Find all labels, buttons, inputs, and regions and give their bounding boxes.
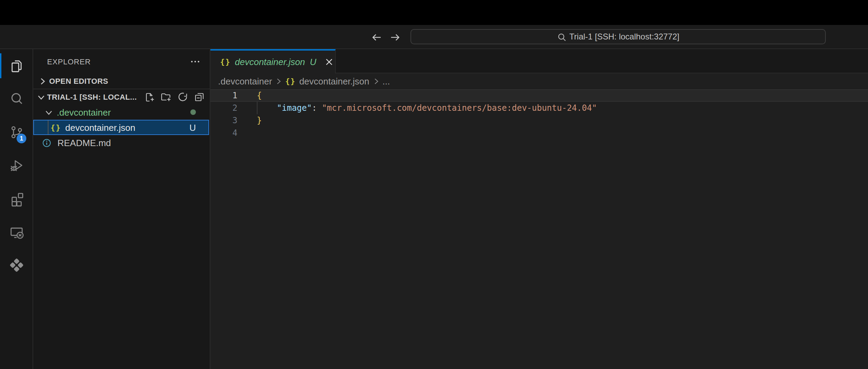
files-icon bbox=[8, 57, 25, 74]
code-token: "mcr.microsoft.com/devcontainers/base:de… bbox=[322, 103, 597, 113]
tree-item-label: .devcontainer bbox=[57, 107, 111, 117]
remote-explorer-icon bbox=[8, 224, 25, 240]
extensions-icon bbox=[8, 190, 25, 207]
macos-menubar-area bbox=[0, 0, 868, 25]
workspace-section-header[interactable]: TRIAL-1 [SSH: LOCAL... bbox=[33, 89, 210, 105]
explorer-actions bbox=[144, 91, 210, 102]
refresh-icon bbox=[177, 91, 188, 102]
command-center-label: Trial-1 [SSH: localhost:32772] bbox=[569, 32, 679, 42]
tree-item-label: README.md bbox=[57, 137, 111, 148]
tree-item-devcontainer-json[interactable]: {} devcontainer.json U bbox=[33, 120, 209, 135]
new-file-button[interactable] bbox=[144, 91, 155, 102]
line-number: 2 bbox=[210, 102, 237, 114]
tree-item-label: devcontainer.json bbox=[65, 122, 135, 133]
chevron-down-icon bbox=[45, 108, 53, 116]
tab-devcontainer-json[interactable]: {} devcontainer.json U bbox=[210, 49, 336, 73]
arrow-left-icon bbox=[371, 32, 382, 43]
json-file-icon: {} bbox=[51, 123, 61, 132]
chevron-down-icon bbox=[37, 93, 45, 101]
git-untracked-badge: U bbox=[189, 122, 196, 133]
sidebar-title-row: EXPLORER bbox=[33, 49, 210, 73]
code-line-3: 3 } bbox=[210, 114, 868, 127]
code-line-2: 2 "image": "mcr.microsoft.com/devcontain… bbox=[210, 102, 868, 114]
modified-contents-dot bbox=[190, 109, 196, 115]
new-folder-button[interactable] bbox=[161, 91, 172, 102]
collapse-all-icon bbox=[194, 91, 205, 102]
code-token: "image" bbox=[277, 103, 312, 113]
json-file-icon: {} bbox=[220, 57, 231, 66]
navigate-back-button[interactable] bbox=[370, 31, 383, 44]
new-folder-icon bbox=[161, 91, 172, 102]
indent-guide bbox=[48, 120, 48, 134]
search-icon bbox=[557, 32, 566, 41]
open-editors-label: OPEN EDITORS bbox=[49, 77, 108, 85]
activity-containers[interactable] bbox=[0, 249, 33, 282]
activity-explorer[interactable] bbox=[0, 49, 33, 82]
tab-git-badge: U bbox=[310, 57, 316, 67]
activity-search[interactable] bbox=[0, 82, 33, 116]
breadcrumb-file[interactable]: devcontainer.json bbox=[299, 76, 369, 87]
breadcrumb-folder[interactable]: .devcontainer bbox=[218, 76, 272, 87]
tree-item-devcontainer-folder[interactable]: .devcontainer bbox=[33, 105, 210, 120]
activity-source-control[interactable]: 1 bbox=[0, 116, 33, 149]
code-token: { bbox=[257, 91, 262, 100]
explorer-sidebar: EXPLORER OPEN EDITORS TRIAL-1 [SSH: LOCA… bbox=[33, 49, 210, 369]
command-center-search[interactable]: Trial-1 [SSH: localhost:32772] bbox=[410, 29, 826, 44]
activity-extensions[interactable] bbox=[0, 182, 33, 215]
chevron-right-icon bbox=[373, 78, 379, 84]
tab-label: devcontainer.json bbox=[235, 57, 305, 67]
chevron-right-icon bbox=[39, 77, 46, 85]
vscode-window: Trial-1 [SSH: localhost:32772] 1 bbox=[0, 0, 868, 369]
collapse-all-button[interactable] bbox=[194, 91, 205, 102]
tree-item-readme[interactable]: README.md bbox=[33, 135, 210, 150]
chevron-right-icon bbox=[275, 78, 282, 84]
info-icon bbox=[42, 138, 51, 147]
breadcrumb-symbol[interactable]: ... bbox=[382, 76, 390, 87]
open-editors-section[interactable]: OPEN EDITORS bbox=[33, 73, 210, 89]
containers-icon bbox=[7, 256, 25, 274]
new-file-icon bbox=[144, 91, 155, 102]
refresh-button[interactable] bbox=[177, 91, 188, 102]
activity-run-debug[interactable] bbox=[0, 149, 33, 182]
line-number: 1 bbox=[210, 89, 237, 102]
close-icon bbox=[325, 58, 333, 66]
json-file-icon: {} bbox=[285, 77, 296, 86]
more-actions-icon[interactable] bbox=[190, 56, 200, 66]
activity-remote-explorer[interactable] bbox=[0, 215, 33, 249]
run-and-debug-icon bbox=[8, 157, 25, 174]
source-control-badge: 1 bbox=[17, 134, 26, 143]
tab-close-button[interactable] bbox=[323, 56, 334, 68]
workspace-section-label: TRIAL-1 [SSH: LOCAL... bbox=[47, 93, 144, 101]
tab-strip: {} devcontainer.json U bbox=[210, 49, 868, 73]
title-bar: Trial-1 [SSH: localhost:32772] bbox=[0, 25, 868, 49]
code-line-1: 1 { bbox=[210, 89, 868, 102]
activity-bar: 1 bbox=[0, 49, 33, 369]
arrow-right-icon bbox=[390, 32, 401, 43]
code-token bbox=[257, 103, 277, 113]
navigate-forward-button[interactable] bbox=[389, 31, 401, 44]
sidebar-title: EXPLORER bbox=[47, 57, 190, 65]
search-icon bbox=[8, 91, 25, 107]
breadcrumb: .devcontainer {} devcontainer.json ... bbox=[210, 73, 868, 89]
code-editor[interactable]: 1 { 2 "image": "mcr.microsoft.com/devcon… bbox=[210, 89, 868, 369]
code-token: : bbox=[312, 103, 317, 113]
line-number: 3 bbox=[210, 114, 237, 127]
code-line-4: 4 bbox=[210, 127, 868, 139]
editor-group: {} devcontainer.json U .devcontainer {} … bbox=[210, 49, 868, 369]
line-number: 4 bbox=[210, 127, 237, 139]
code-token: } bbox=[257, 116, 262, 125]
code-token bbox=[317, 103, 322, 113]
